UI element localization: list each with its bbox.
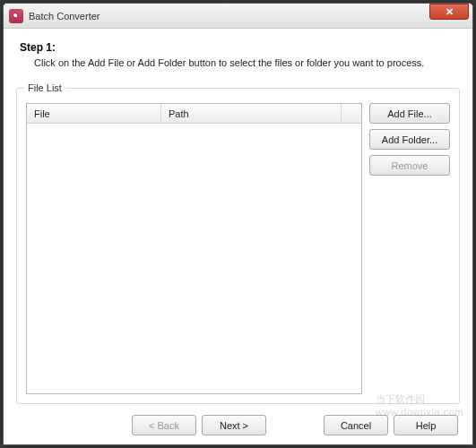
file-list-label: File List: [24, 82, 65, 93]
close-button[interactable]: ✕: [429, 4, 469, 20]
file-table[interactable]: File Path: [26, 103, 362, 394]
close-icon: ✕: [446, 6, 454, 18]
step-title: Step 1:: [20, 41, 460, 54]
table-header: File Path: [27, 104, 361, 124]
titlebar: Batch Converter ✕: [4, 4, 472, 29]
dialog-window: Batch Converter ✕ Step 1: Click on the A…: [3, 3, 473, 445]
help-button[interactable]: Help: [394, 415, 458, 435]
add-file-button[interactable]: Add File...: [369, 103, 450, 124]
column-path[interactable]: Path: [161, 104, 342, 123]
add-folder-button[interactable]: Add Folder...: [369, 129, 450, 150]
footer-spacer: [16, 415, 126, 435]
side-buttons: Add File... Add Folder... Remove: [369, 103, 450, 394]
dialog-content: Step 1: Click on the Add File or Add Fol…: [4, 29, 472, 444]
step-block: Step 1: Click on the Add File or Add Fol…: [16, 41, 460, 68]
cancel-button[interactable]: Cancel: [324, 415, 388, 435]
file-list-row: File Path Add File... Add Folder... Remo…: [26, 103, 450, 394]
remove-button[interactable]: Remove: [369, 155, 450, 176]
table-body: [27, 124, 361, 393]
app-icon: [9, 9, 23, 23]
file-list-group: File List File Path Add File... Add Fold…: [16, 88, 460, 404]
column-spacer: [342, 104, 361, 123]
footer-buttons: < Back Next > Cancel Help: [16, 415, 460, 435]
column-file[interactable]: File: [27, 104, 161, 123]
next-button[interactable]: Next >: [202, 415, 266, 435]
step-description: Click on the Add File or Add Folder butt…: [20, 57, 460, 68]
back-button[interactable]: < Back: [132, 415, 196, 435]
window-title: Batch Converter: [29, 11, 429, 22]
